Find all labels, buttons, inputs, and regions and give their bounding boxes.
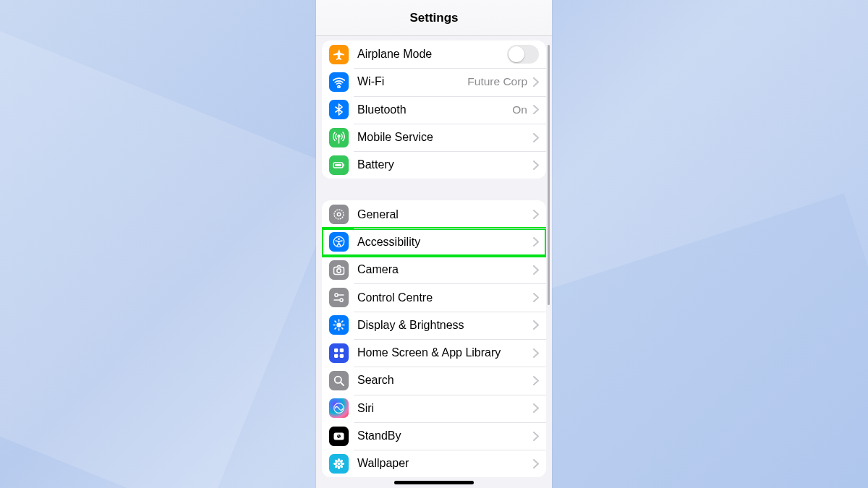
row-label: General	[357, 208, 527, 221]
row-label: Camera	[357, 263, 527, 276]
antenna-icon	[329, 128, 349, 147]
chevron-right-icon	[533, 133, 539, 142]
airplane-icon	[329, 45, 349, 64]
row-label: StandBy	[357, 429, 527, 442]
row-label: Home Screen & App Library	[357, 346, 527, 359]
row-label: Mobile Service	[357, 131, 527, 144]
settings-row-standby[interactable]: StandBy	[322, 422, 546, 450]
siri-icon	[329, 398, 349, 418]
chevron-right-icon	[533, 376, 539, 385]
chevron-right-icon	[533, 348, 539, 358]
settings-row-battery[interactable]: Battery	[322, 151, 546, 179]
standby-icon	[329, 427, 349, 446]
settings-row-display[interactable]: Display & Brightness	[322, 312, 546, 339]
settings-row-controlcentre[interactable]: Control Centre	[322, 283, 546, 311]
home-indicator[interactable]	[394, 481, 474, 484]
row-detail: Future Corp	[467, 75, 527, 88]
chevron-right-icon	[533, 77, 539, 87]
settings-row-general[interactable]: General	[322, 200, 546, 228]
navbar-title: Settings	[409, 11, 458, 25]
battery-icon	[329, 155, 349, 175]
row-detail: On	[512, 103, 527, 116]
settings-group-connectivity: Airplane ModeWi-FiFuture CorpBluetoothOn…	[322, 40, 546, 179]
wifi-icon	[329, 72, 349, 92]
apps-icon	[329, 343, 349, 363]
chevron-right-icon	[533, 320, 539, 330]
settings-row-wifi[interactable]: Wi-FiFuture Corp	[322, 68, 546, 95]
chevron-right-icon	[533, 105, 539, 114]
gear-icon	[329, 205, 349, 224]
settings-row-siri[interactable]: Siri	[322, 395, 546, 422]
chevron-right-icon	[533, 265, 539, 275]
accessibility-icon	[329, 232, 349, 252]
settings-row-cellular[interactable]: Mobile Service	[322, 124, 546, 151]
row-label: Battery	[357, 158, 527, 171]
chevron-right-icon	[533, 160, 539, 170]
chevron-right-icon	[533, 237, 539, 247]
settings-row-bluetooth[interactable]: BluetoothOn	[322, 96, 546, 124]
bluetooth-icon	[329, 100, 349, 119]
row-label: Search	[357, 374, 527, 387]
settings-row-search[interactable]: Search	[322, 367, 546, 394]
airplane-toggle[interactable]	[507, 45, 539, 64]
scroll-indicator[interactable]	[548, 45, 550, 305]
chevron-right-icon	[533, 403, 539, 413]
settings-row-homescreen[interactable]: Home Screen & App Library	[322, 339, 546, 367]
settings-scroll-area[interactable]: Airplane ModeWi-FiFuture CorpBluetoothOn…	[316, 36, 552, 488]
row-label: Control Centre	[357, 291, 527, 304]
navbar: Settings	[316, 0, 552, 36]
sun-icon	[329, 315, 349, 335]
chevron-right-icon	[533, 459, 539, 468]
chevron-right-icon	[533, 210, 539, 219]
row-label: Wi-Fi	[357, 75, 461, 88]
flower-icon	[329, 454, 349, 474]
settings-row-accessibility[interactable]: Accessibility	[322, 228, 546, 256]
chevron-right-icon	[533, 293, 539, 302]
row-label: Wallpaper	[357, 457, 527, 470]
phone-frame: Settings Airplane ModeWi-FiFuture CorpBl…	[316, 0, 552, 488]
settings-group-system: GeneralAccessibilityCameraControl Centre…	[322, 200, 546, 477]
row-label: Airplane Mode	[357, 48, 507, 61]
search-icon	[329, 371, 349, 390]
switches-icon	[329, 288, 349, 307]
camera-icon	[329, 260, 349, 280]
settings-row-airplane[interactable]: Airplane Mode	[322, 40, 546, 68]
chevron-right-icon	[533, 432, 539, 441]
row-label: Siri	[357, 402, 527, 415]
row-label: Display & Brightness	[357, 319, 527, 332]
row-label: Accessibility	[357, 236, 527, 249]
settings-row-camera[interactable]: Camera	[322, 256, 546, 283]
settings-row-wallpaper[interactable]: Wallpaper	[322, 450, 546, 477]
row-label: Bluetooth	[357, 103, 506, 116]
